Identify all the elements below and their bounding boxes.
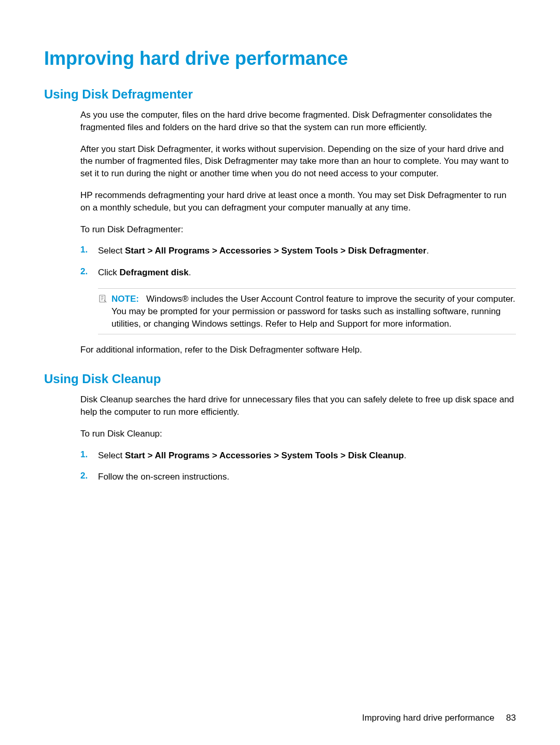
section-heading-defragmenter: Using Disk Defragmenter xyxy=(44,87,516,102)
step-item: 1. Select Start > All Programs > Accesso… xyxy=(80,449,516,462)
section-defragmenter-body: As you use the computer, files on the ha… xyxy=(80,109,516,356)
step-text: Select Start > All Programs > Accessorie… xyxy=(98,245,516,257)
note-icon xyxy=(98,293,111,330)
paragraph: As you use the computer, files on the ha… xyxy=(80,109,516,134)
paragraph: To run Disk Defragmenter: xyxy=(80,223,516,236)
step-item: 2. Follow the on-screen instructions. xyxy=(80,471,516,483)
note-label: NOTE: xyxy=(111,294,139,304)
paragraph: After you start Disk Defragmenter, it wo… xyxy=(80,143,516,180)
step-number: 1. xyxy=(80,245,98,257)
paragraph: To run Disk Cleanup: xyxy=(80,428,516,440)
step-item: 1. Select Start > All Programs > Accesso… xyxy=(80,245,516,257)
note-text: NOTE: Windows® includes the User Account… xyxy=(111,293,516,330)
step-text: Follow the on-screen instructions. xyxy=(98,471,516,483)
step-number: 2. xyxy=(80,266,98,279)
section-cleanup-body: Disk Cleanup searches the hard drive for… xyxy=(80,393,516,483)
page-title: Improving hard drive performance xyxy=(44,48,516,69)
step-text: Select Start > All Programs > Accessorie… xyxy=(98,449,516,462)
paragraph: Disk Cleanup searches the hard drive for… xyxy=(80,393,516,418)
step-number: 2. xyxy=(80,471,98,483)
svg-rect-0 xyxy=(100,295,105,302)
step-text: Click Defragment disk. xyxy=(98,266,516,279)
step-number: 1. xyxy=(80,449,98,462)
note-callout: NOTE: Windows® includes the User Account… xyxy=(98,288,516,334)
page-number: 83 xyxy=(506,713,516,723)
paragraph: For additional information, refer to the… xyxy=(80,344,516,356)
paragraph: HP recommends defragmenting your hard dr… xyxy=(80,189,516,214)
step-item: 2. Click Defragment disk. xyxy=(80,266,516,279)
footer-text: Improving hard drive performance xyxy=(362,713,494,723)
section-heading-cleanup: Using Disk Cleanup xyxy=(44,372,516,386)
page: Improving hard drive performance Using D… xyxy=(0,0,560,745)
page-footer: Improving hard drive performance 83 xyxy=(362,713,516,723)
